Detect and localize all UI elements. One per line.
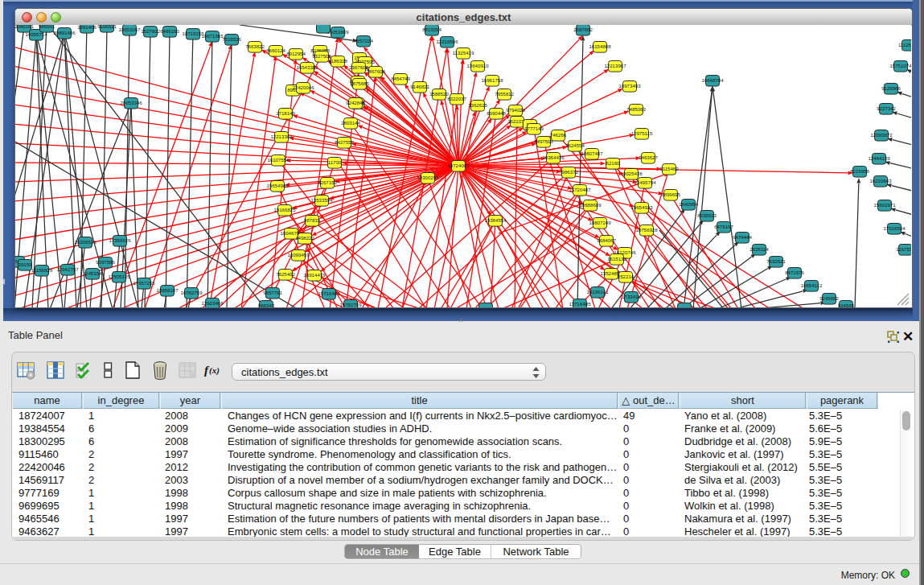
svg-text:11325419: 11325419 <box>453 50 474 56</box>
svg-text:9397586: 9397586 <box>96 259 115 265</box>
svg-text:9777149: 9777149 <box>524 126 544 131</box>
svg-text:8267150: 8267150 <box>318 179 337 185</box>
svg-text:1145194: 1145194 <box>83 270 102 276</box>
svg-text:1167533: 1167533 <box>896 246 911 252</box>
svg-text:2687682: 2687682 <box>573 27 593 32</box>
svg-text:7857224: 7857224 <box>354 38 373 43</box>
svg-text:19166825: 19166825 <box>273 207 296 212</box>
svg-text:7625402: 7625402 <box>276 271 295 277</box>
svg-text:8454749: 8454749 <box>391 76 410 81</box>
svg-text:7986372: 7986372 <box>559 169 578 175</box>
svg-text:12093872: 12093872 <box>870 132 893 138</box>
svg-text:3624554: 3624554 <box>565 142 585 148</box>
svg-text:18807249: 18807249 <box>589 220 611 225</box>
svg-text:6990448: 6990448 <box>487 110 506 116</box>
svg-text:7515526: 7515526 <box>222 36 241 42</box>
svg-text:924565: 924565 <box>838 303 855 307</box>
svg-text:11156829: 11156829 <box>31 267 53 273</box>
svg-text:6466160: 6466160 <box>160 28 179 34</box>
svg-text:12213364: 12213364 <box>270 134 293 139</box>
svg-text:10958107: 10958107 <box>156 287 179 293</box>
svg-text:7632621: 7632621 <box>766 258 786 264</box>
svg-text:8215958: 8215958 <box>850 168 869 174</box>
svg-text:20206526: 20206526 <box>74 239 97 245</box>
svg-text:15720407: 15720407 <box>569 187 591 192</box>
svg-text:1362615: 1362615 <box>468 102 487 108</box>
svg-text:7485063: 7485063 <box>626 106 646 112</box>
svg-text:13640910: 13640910 <box>466 63 489 68</box>
svg-text:12218506: 12218506 <box>436 39 458 44</box>
svg-text:12923466: 12923466 <box>201 300 224 306</box>
svg-text:16671365: 16671365 <box>201 33 224 39</box>
svg-text:12444139: 12444139 <box>868 155 890 161</box>
svg-text:3875685: 3875685 <box>350 80 369 86</box>
svg-text:7955812: 7955812 <box>495 91 514 97</box>
svg-text:9106521: 9106521 <box>97 25 117 29</box>
svg-text:8912954: 8912954 <box>286 51 306 56</box>
svg-text:9227342: 9227342 <box>877 105 896 111</box>
svg-text:15692971: 15692971 <box>873 202 896 208</box>
svg-text:18724007: 18724007 <box>447 163 470 168</box>
svg-text:2718149: 2718149 <box>276 110 295 116</box>
svg-text:16648784: 16648784 <box>701 77 724 83</box>
svg-text:7663822: 7663822 <box>245 43 265 49</box>
svg-text:988343: 988343 <box>258 303 275 307</box>
svg-text:1615132: 1615132 <box>607 256 626 262</box>
svg-text:19384554: 19384554 <box>484 217 507 223</box>
svg-text:(x): (x) <box>209 365 220 376</box>
svg-text:9857791: 9857791 <box>263 290 282 295</box>
svg-text:2867608: 2867608 <box>366 68 385 74</box>
svg-text:8813054: 8813054 <box>422 27 441 32</box>
svg-text:9684067: 9684067 <box>597 237 616 243</box>
svg-text:9463627: 9463627 <box>639 154 658 160</box>
svg-text:39159: 39159 <box>18 262 33 267</box>
svg-text:22420046: 22420046 <box>292 84 314 90</box>
svg-text:20364436: 20364436 <box>542 154 565 160</box>
svg-text:887833: 887833 <box>304 217 321 223</box>
svg-text:10973493: 10973493 <box>618 83 641 89</box>
svg-text:8471676: 8471676 <box>785 270 804 275</box>
svg-text:9245652: 9245652 <box>819 295 839 301</box>
svg-text:16099459: 16099459 <box>287 252 310 257</box>
svg-text:8186328: 8186328 <box>328 58 347 64</box>
svg-text:12505135: 12505135 <box>108 274 130 279</box>
svg-text:10654112: 10654112 <box>801 282 823 288</box>
svg-text:16543382: 16543382 <box>296 64 318 70</box>
svg-text:17957255: 17957255 <box>133 280 155 286</box>
svg-text:8322037: 8322037 <box>447 96 466 101</box>
svg-text:6899695: 6899695 <box>661 192 680 197</box>
svg-text:11700: 11700 <box>328 159 342 165</box>
svg-text:985061: 985061 <box>39 25 55 29</box>
svg-text:1588520: 1588520 <box>429 91 449 97</box>
svg-text:6479197: 6479197 <box>714 224 733 229</box>
svg-text:252214: 252214 <box>618 274 634 279</box>
svg-text:16961758: 16961758 <box>481 77 503 83</box>
svg-text:9146821: 9146821 <box>410 84 429 89</box>
svg-text:13716485: 13716485 <box>569 301 591 307</box>
svg-text:16154808: 16154808 <box>589 43 611 49</box>
svg-text:15751074: 15751074 <box>889 63 911 68</box>
svg-text:16782759: 16782759 <box>180 290 203 295</box>
svg-text:1733416: 1733416 <box>622 294 641 299</box>
svg-text:62160: 62160 <box>606 160 621 166</box>
svg-text:746266: 746266 <box>550 132 567 138</box>
svg-text:15716485: 15716485 <box>318 290 340 296</box>
svg-text:17016504: 17016504 <box>883 225 906 231</box>
svg-text:10807487: 10807487 <box>581 150 603 156</box>
svg-text:12942757: 12942757 <box>56 266 79 272</box>
svg-text:2803144: 2803144 <box>341 120 360 126</box>
svg-text:23495794: 23495794 <box>634 179 656 185</box>
svg-text:10653267: 10653267 <box>118 27 141 32</box>
svg-text:14136141: 14136141 <box>586 289 609 295</box>
svg-text:20891406: 20891406 <box>53 30 76 35</box>
svg-text:19654983: 19654983 <box>266 183 289 188</box>
svg-text:9242848: 9242848 <box>346 100 365 105</box>
svg-text:8427552: 8427552 <box>335 139 354 145</box>
svg-text:13533594: 13533594 <box>310 197 333 203</box>
svg-text:1991406: 1991406 <box>77 25 97 30</box>
svg-text:16210643: 16210643 <box>869 178 892 183</box>
svg-text:9115460: 9115460 <box>659 166 679 171</box>
svg-text:1498222: 1498222 <box>295 235 314 241</box>
svg-text:2080151: 2080151 <box>15 25 34 29</box>
svg-text:9129966: 9129966 <box>881 85 901 91</box>
